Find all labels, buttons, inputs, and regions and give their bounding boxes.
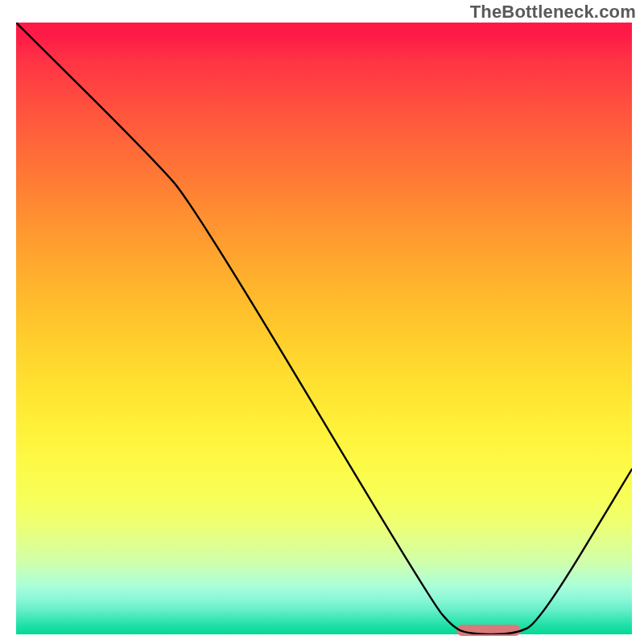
watermark-text: TheBottleneck.com xyxy=(470,2,636,23)
plot-area xyxy=(16,23,632,634)
curve-line xyxy=(16,23,632,634)
